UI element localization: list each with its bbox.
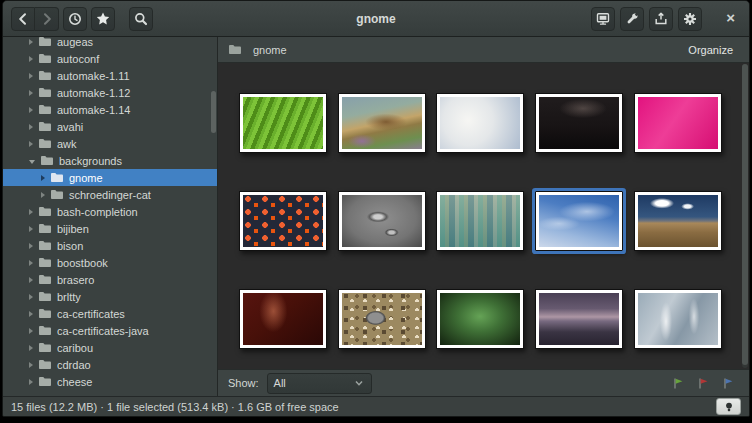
sidebar-item-avahi[interactable]: avahi <box>3 118 217 135</box>
expander-icon[interactable] <box>29 243 33 249</box>
forward-button[interactable] <box>35 7 59 31</box>
folder-tree: augeas autoconf automake-1.11 automake-1… <box>3 37 217 390</box>
thumbnail-grass-blur[interactable] <box>338 93 426 153</box>
sidebar-item-bijiben[interactable]: bijiben <box>3 220 217 237</box>
thumbnail-blue-sky-selected[interactable] <box>535 191 623 251</box>
sidebar-item-ca-certificates[interactable]: ca-certificates <box>3 305 217 322</box>
thumbnail-dusk-beach[interactable] <box>535 289 623 349</box>
thumbnail-pebbles[interactable] <box>338 289 426 349</box>
thumbnail-pink-fabric[interactable] <box>634 93 722 153</box>
sidebar-item-label: automake-1.12 <box>57 87 130 99</box>
thumbnail-desert[interactable] <box>634 191 722 251</box>
sidebar-item-augeas[interactable]: augeas <box>3 37 217 50</box>
expander-icon[interactable] <box>29 362 33 368</box>
green-flag-icon[interactable] <box>672 377 685 390</box>
sidebar-item-cheese[interactable]: cheese <box>3 373 217 390</box>
sidebar-item-ca-certificates-java[interactable]: ca-certificates-java <box>3 322 217 339</box>
organize-button[interactable]: Organize <box>682 41 739 59</box>
filter-dropdown[interactable]: All <box>267 373 372 394</box>
location-folder-name: gnome <box>253 44 287 56</box>
sidebar-item-automake-1-14[interactable]: automake-1.14 <box>3 101 217 118</box>
expander-icon[interactable] <box>29 107 33 113</box>
browser-scrollbar-thumb[interactable] <box>742 64 748 365</box>
expander-icon[interactable] <box>29 160 35 164</box>
properties-toggle-button[interactable] <box>716 398 741 415</box>
back-button[interactable] <box>11 7 35 31</box>
expander-icon[interactable] <box>29 379 33 385</box>
expander-icon[interactable] <box>29 294 33 300</box>
folder-icon <box>50 172 64 183</box>
folder-icon <box>38 257 52 268</box>
sidebar-item-boostbook[interactable]: boostbook <box>3 254 217 271</box>
slideshow-button[interactable] <box>591 7 615 31</box>
search-button[interactable] <box>129 7 153 31</box>
expander-icon[interactable] <box>29 277 33 283</box>
sidebar-item-label: automake-1.14 <box>57 104 130 116</box>
expander-icon[interactable] <box>29 345 33 351</box>
thumbnail-frosted-plants[interactable] <box>634 289 722 349</box>
chevron-down-icon <box>353 377 365 389</box>
folder-icon <box>38 342 52 353</box>
share-button[interactable] <box>649 7 673 31</box>
blue-flag-icon[interactable] <box>722 377 735 390</box>
expander-icon[interactable] <box>29 209 33 215</box>
thumbnail-water-drops[interactable] <box>338 191 426 251</box>
close-button[interactable]: × <box>718 10 741 27</box>
current-location[interactable]: gnome <box>228 44 287 56</box>
thumbnail-teal-stripes[interactable] <box>436 191 524 251</box>
sidebar-item-label: automake-1.11 <box>57 70 130 82</box>
expander-icon[interactable] <box>41 192 45 198</box>
sidebar-item-label: cheese <box>57 376 92 388</box>
sidebar-item-schroedinger-cat[interactable]: schroedinger-cat <box>3 186 217 203</box>
favorites-button[interactable] <box>91 7 115 31</box>
location-bar: gnome Organize <box>218 37 749 63</box>
sidebar-item-gnome[interactable]: gnome <box>3 169 217 186</box>
thumbnail-green-leaf[interactable] <box>239 93 327 153</box>
sidebar-item-label: bison <box>57 240 83 252</box>
sidebar-scrollbar-thumb[interactable] <box>211 91 216 133</box>
expander-icon[interactable] <box>29 328 33 334</box>
sidebar-scrollbar[interactable] <box>211 37 216 396</box>
expander-icon[interactable] <box>29 260 33 266</box>
folder-icon <box>38 37 52 47</box>
thumbnail-dark-leaves[interactable] <box>535 93 623 153</box>
expander-icon[interactable] <box>29 90 33 96</box>
sidebar-item-label: backgrounds <box>59 155 122 167</box>
expander-icon[interactable] <box>29 311 33 317</box>
expander-icon[interactable] <box>29 226 33 232</box>
sidebar-item-caribou[interactable]: caribou <box>3 339 217 356</box>
tools-button[interactable] <box>620 7 644 31</box>
thumbnail-dandelion[interactable] <box>436 93 524 153</box>
thumbnail-green-texture[interactable] <box>436 289 524 349</box>
sidebar-item-automake-1-11[interactable]: automake-1.11 <box>3 67 217 84</box>
sidebar-item-brasero[interactable]: brasero <box>3 271 217 288</box>
folder-icon <box>38 206 52 217</box>
history-button[interactable] <box>63 7 87 31</box>
expander-icon[interactable] <box>29 73 33 79</box>
sidebar-item-backgrounds[interactable]: backgrounds <box>3 152 217 169</box>
expander-icon[interactable] <box>29 56 33 62</box>
sidebar-item-bash-completion[interactable]: bash-completion <box>3 203 217 220</box>
expander-icon[interactable] <box>29 39 33 45</box>
expander-icon[interactable] <box>29 141 33 147</box>
sidebar-item-label: ca-certificates-java <box>57 325 149 337</box>
thumbnail-orange-blossoms[interactable] <box>239 191 327 251</box>
browser-scrollbar[interactable] <box>742 64 748 368</box>
sidebar-item-bison[interactable]: bison <box>3 237 217 254</box>
expander-icon[interactable] <box>41 175 45 181</box>
sidebar-item-awk[interactable]: awk <box>3 135 217 152</box>
folder-icon <box>38 240 52 251</box>
sidebar-item-label: avahi <box>57 121 83 133</box>
sidebar-item-automake-1-12[interactable]: automake-1.12 <box>3 84 217 101</box>
thumbnail-red-canyon[interactable] <box>239 289 327 349</box>
settings-button[interactable] <box>678 7 702 31</box>
sidebar-item-brltty[interactable]: brltty <box>3 288 217 305</box>
sidebar-item-autoconf[interactable]: autoconf <box>3 50 217 67</box>
expander-icon[interactable] <box>29 124 33 130</box>
wrench-icon <box>624 11 640 27</box>
star-icon <box>95 11 111 27</box>
nav-button-group <box>11 7 59 31</box>
status-summary: 15 files (12.2 MB) · 1 file selected (51… <box>11 401 339 413</box>
sidebar-item-cdrdao[interactable]: cdrdao <box>3 356 217 373</box>
red-flag-icon[interactable] <box>697 377 710 390</box>
